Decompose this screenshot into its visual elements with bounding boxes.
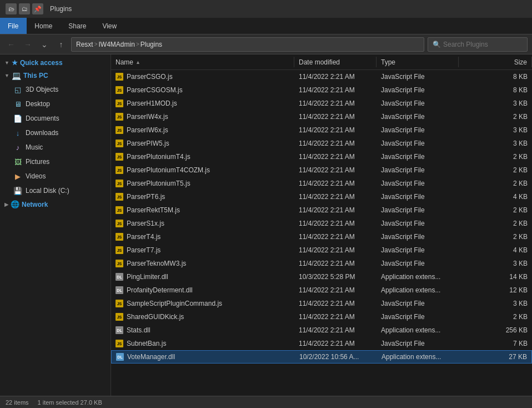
file-size: 2 KB: [459, 180, 532, 187]
table-row[interactable]: JS ParserIW4x.js 11/4/2022 2:21 AM JavaS…: [111, 110, 532, 123]
file-name: JS ParserCSGO.js: [111, 73, 294, 81]
file-type-icon: JS: [116, 246, 123, 254]
tab-share[interactable]: Share: [61, 18, 94, 34]
sidebar-item-music[interactable]: ♪ Music: [0, 140, 111, 155]
sidebar-group-quick-access[interactable]: ▼ ★ Quick access: [0, 57, 111, 69]
sidebar-item-3d-objects[interactable]: ◱ 3D Objects: [0, 82, 111, 97]
file-name: JS ParserPlutoniumT5.js: [111, 180, 294, 187]
table-row[interactable]: JS ParserPlutoniumT5.js 11/4/2022 2:21 A…: [111, 177, 532, 190]
file-size: 2 KB: [459, 313, 532, 321]
table-row[interactable]: JS ParserH1MOD.js 11/4/2022 2:21 AM Java…: [111, 97, 532, 110]
file-type-icon: JS: [116, 220, 123, 227]
file-name: JS ParserH1MOD.js: [111, 99, 294, 107]
back-button[interactable]: ←: [4, 38, 18, 51]
table-row[interactable]: JS ParserCSGOSM.js 11/4/2022 2:21 AM Jav…: [111, 83, 532, 97]
file-size: 3 KB: [459, 260, 532, 267]
file-name: JS ParserPIW5.js: [111, 140, 294, 147]
table-row[interactable]: JS SampleScriptPluginCommand.js 11/4/202…: [111, 297, 532, 310]
file-size: 8 KB: [459, 73, 532, 81]
file-date: 11/4/2022 2:21 AM: [294, 153, 377, 161]
ribbon: File Home Share View: [0, 18, 532, 34]
table-row[interactable]: JS ParserPlutoniumT4.js 11/4/2022 2:21 A…: [111, 150, 532, 163]
file-type: Application extens...: [377, 353, 459, 361]
videos-icon: ▶: [13, 172, 22, 181]
file-size: 12 KB: [459, 286, 532, 294]
col-header-date[interactable]: Date modified: [294, 57, 377, 67]
window-title: Plugins: [50, 5, 72, 13]
file-type-icon: JS: [116, 206, 123, 214]
file-name: DL ProfanityDeterment.dll: [111, 286, 294, 294]
music-icon: ♪: [13, 143, 22, 152]
table-row[interactable]: JS ParserT7.js 11/4/2022 2:21 AM JavaScr…: [111, 243, 532, 257]
table-row[interactable]: DL ProfanityDeterment.dll 11/4/2022 2:21…: [111, 283, 532, 297]
quick-access-arrow: ▼: [4, 60, 9, 66]
3d-objects-icon: ◱: [13, 85, 22, 94]
file-type: JavaScript File: [377, 300, 459, 307]
sidebar-item-local-disk[interactable]: 💾 Local Disk (C:): [0, 183, 111, 198]
col-header-type[interactable]: Type: [377, 57, 459, 67]
file-type: Application extens...: [377, 273, 459, 281]
up-button[interactable]: ↑: [54, 38, 68, 51]
pin-icon: 📌: [32, 3, 43, 14]
file-type: JavaScript File: [377, 180, 459, 187]
table-row[interactable]: JS ParserTeknoMW3.js 11/4/2022 2:21 AM J…: [111, 257, 532, 270]
table-row[interactable]: DL VoteManager.dll 10/2/2022 10:56 A... …: [111, 350, 532, 364]
file-type-icon: JS: [116, 86, 123, 94]
sidebar-item-videos[interactable]: ▶ Videos: [0, 169, 111, 183]
sidebar-group-network[interactable]: ▶ 🌐 Network: [0, 198, 111, 211]
table-row[interactable]: DL PingLimiter.dll 10/3/2022 5:28 PM App…: [111, 270, 532, 283]
address-bar-row: ← → ⌄ ↑ Resxt > IW4MAdmin > Plugins 🔍: [0, 34, 532, 54]
sidebar-item-pictures[interactable]: 🖼 Pictures: [0, 155, 111, 169]
file-date: 11/4/2022 2:21 AM: [294, 73, 377, 81]
table-row[interactable]: JS ParserPlutoniumT4COZM.js 11/4/2022 2:…: [111, 163, 532, 177]
sidebar-item-desktop[interactable]: 🖥 Desktop: [0, 97, 111, 111]
col-header-name[interactable]: Name ▲: [111, 57, 294, 67]
file-type: Application extens...: [377, 286, 459, 294]
table-row[interactable]: JS ParserPIW5.js 11/4/2022 2:21 AM JavaS…: [111, 137, 532, 150]
forward-button[interactable]: →: [21, 38, 34, 51]
documents-icon: 📄: [13, 114, 22, 123]
tab-file[interactable]: File: [0, 18, 27, 34]
file-size: 14 KB: [459, 273, 532, 281]
file-type-icon: JS: [116, 180, 123, 187]
file-type-icon: JS: [116, 193, 123, 201]
file-name: JS ParserPlutoniumT4.js: [111, 153, 294, 161]
file-type-icon: JS: [116, 233, 123, 241]
table-row[interactable]: JS ParserPT6.js 11/4/2022 2:21 AM JavaSc…: [111, 190, 532, 203]
sidebar-item-documents[interactable]: 📄 Documents: [0, 111, 111, 126]
file-date: 11/4/2022 2:21 AM: [294, 326, 377, 334]
search-bar[interactable]: 🔍: [428, 37, 528, 52]
file-name: JS ParserT4.js: [111, 233, 294, 241]
sidebar-group-this-pc[interactable]: ▼ 💻 This PC: [0, 69, 111, 82]
col-header-size[interactable]: Size: [459, 57, 532, 67]
file-date: 11/4/2022 2:21 AM: [294, 313, 377, 321]
content-area: Name ▲ Date modified Type Size JS Parser…: [111, 54, 532, 396]
table-row[interactable]: JS ParserIW6x.js 11/4/2022 2:21 AM JavaS…: [111, 123, 532, 137]
table-row[interactable]: JS ParserS1x.js 11/4/2022 2:21 AM JavaSc…: [111, 217, 532, 230]
file-date: 11/4/2022 2:21 AM: [294, 233, 377, 241]
file-type: JavaScript File: [377, 260, 459, 267]
this-pc-label: This PC: [23, 72, 48, 79]
table-row[interactable]: JS ParserCSGO.js 11/4/2022 2:21 AM JavaS…: [111, 70, 532, 83]
tab-view[interactable]: View: [94, 18, 125, 34]
file-type-icon: JS: [116, 153, 123, 161]
table-row[interactable]: JS SubnetBan.js 11/4/2022 2:21 AM JavaSc…: [111, 337, 532, 350]
file-name: JS ParserCSGOSM.js: [111, 86, 294, 94]
sidebar-label-3d-objects: 3D Objects: [26, 86, 58, 93]
file-type-icon: JS: [116, 126, 123, 134]
table-row[interactable]: JS ParserT4.js 11/4/2022 2:21 AM JavaScr…: [111, 230, 532, 243]
tab-home[interactable]: Home: [27, 18, 61, 34]
file-type: JavaScript File: [377, 206, 459, 214]
address-bar[interactable]: Resxt > IW4MAdmin > Plugins: [71, 37, 424, 52]
file-type-icon: DL: [116, 286, 123, 294]
search-input[interactable]: [443, 41, 523, 48]
recent-button[interactable]: ⌄: [38, 38, 51, 51]
table-row[interactable]: DL Stats.dll 11/4/2022 2:21 AM Applicati…: [111, 324, 532, 337]
file-size: 4 KB: [459, 246, 532, 254]
sidebar-item-downloads[interactable]: ↓ Downloads: [0, 126, 111, 140]
desktop-icon: 🖥: [13, 99, 22, 108]
downloads-icon: ↓: [13, 128, 22, 137]
file-date: 11/4/2022 2:21 AM: [294, 99, 377, 107]
table-row[interactable]: JS SharedGUIDKick.js 11/4/2022 2:21 AM J…: [111, 310, 532, 324]
table-row[interactable]: JS ParserRektT5M.js 11/4/2022 2:21 AM Ja…: [111, 203, 532, 217]
